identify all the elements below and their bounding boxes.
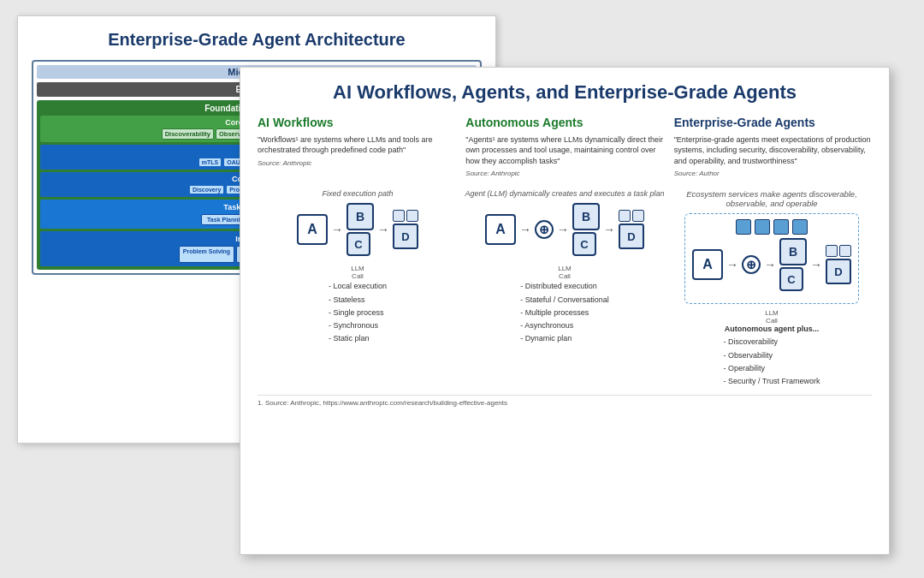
ti3	[619, 210, 631, 222]
node-d1: D	[393, 223, 418, 249]
diagram-col2: Agent (LLM) dynamically creates and exec…	[465, 189, 665, 345]
arrow3: →	[519, 223, 531, 236]
node-a2: A	[485, 214, 516, 245]
col3-source: Source: Author	[674, 170, 872, 177]
node-plus3: ⊕	[742, 255, 761, 274]
node-d3: D	[826, 259, 851, 284]
arrow7: →	[764, 258, 776, 271]
node-c3: C	[779, 267, 803, 291]
col1-desc: "Workflows¹ are systems where LLMs and t…	[258, 134, 455, 156]
bc-stack3: B C	[779, 238, 807, 291]
llm-label1: LLMCall	[351, 265, 364, 280]
bullet2-3: Multiple processes	[520, 307, 609, 319]
diagrams-row: Fixed execution path A → B C → D	[258, 189, 872, 388]
ecosystem-label: Ecosystem services make agents discovera…	[672, 189, 872, 208]
bullet1-2: Stateless	[329, 294, 387, 307]
bullet3-1: Discoverability	[723, 336, 820, 349]
flow1: A → B C → D	[297, 203, 418, 256]
node-a1: A	[297, 214, 328, 245]
node-a3: A	[692, 249, 723, 280]
bullets2: Distributed execution Stateful / Convers…	[520, 280, 609, 345]
pill-discovery: Discovery	[189, 185, 224, 194]
tool-icons3	[826, 245, 851, 257]
front-slide-title: AI Workflows, Agents, and Enterprise-Gra…	[258, 81, 872, 104]
col3-header: Enterprise-Grade Agents "Enterprise-grad…	[674, 116, 872, 178]
bullet3-4: Security / Trust Framework	[723, 375, 820, 388]
diagram1-label: Fixed execution path	[322, 189, 393, 198]
pill-problemsolving: Problem Solving	[179, 246, 234, 263]
bc-stack1: B C	[346, 203, 374, 256]
node-b1: B	[346, 203, 374, 230]
eco-node1	[736, 219, 751, 235]
arrow5: →	[603, 223, 615, 236]
d-tools1: D	[393, 210, 418, 249]
flow3: A → ⊕ → B C →	[692, 238, 851, 291]
arrow6: →	[726, 258, 738, 271]
ti4	[632, 210, 644, 222]
col2-header: Autonomous Agents "Agents¹ are systems w…	[465, 116, 663, 178]
bullet1-1: Local execution	[329, 280, 387, 293]
col3-desc: "Enterprise-grade agents meet expectatio…	[674, 134, 872, 167]
auto-plus-label: Autonomous agent plus...	[725, 325, 820, 333]
eco-node3	[773, 219, 789, 235]
diagram-col3: Ecosystem services make agents discovera…	[672, 189, 872, 388]
arrow8: →	[810, 258, 822, 271]
ti2	[406, 210, 418, 222]
three-cols-header: AI Workflows "Workflows¹ are systems whe…	[258, 116, 872, 178]
footnote: 1. Source: Anthropic, https://www.anthro…	[258, 395, 872, 407]
arrow4: →	[557, 223, 569, 236]
node-c1: C	[346, 232, 370, 256]
pill-mtls: mTLS	[198, 158, 222, 167]
arrow2: →	[377, 223, 389, 236]
llm-label3: LLMCall	[765, 309, 779, 325]
diagram2-label: Agent (LLM) dynamically creates and exec…	[465, 189, 664, 198]
col3-title: Enterprise-Grade Agents	[674, 116, 872, 129]
flow2: A → ⊕ → B C → D	[485, 203, 644, 256]
back-slide-title: Enterprise-Grade Agent Architecture	[32, 30, 482, 50]
front-slide: AI Workflows, Agents, and Enterprise-Gra…	[240, 67, 890, 555]
col2-desc: "Agents¹ are systems where LLMs dynamica…	[465, 134, 663, 167]
node-b3: B	[779, 238, 807, 265]
tool-icons2	[619, 210, 644, 222]
col1-header: AI Workflows "Workflows¹ are systems whe…	[258, 116, 455, 178]
d-tools3: D	[826, 245, 851, 284]
bullets1: Local execution Stateless Single process…	[329, 280, 387, 345]
node-b2: B	[572, 203, 600, 230]
col2-source: Source: Anthropic	[465, 170, 663, 177]
bullet1-5: Static plan	[329, 332, 387, 345]
ti5	[826, 245, 838, 257]
scene: Enterprise-Grade Agent Architecture Micr…	[17, 15, 907, 563]
col1-source: Source: Anthropic	[258, 159, 455, 167]
ti6	[839, 245, 851, 257]
col1-title: AI Workflows	[258, 116, 455, 129]
arrow1: →	[331, 223, 343, 236]
bc-stack2: B C	[572, 203, 600, 256]
bullets3: Discoverability Observability Operabilit…	[723, 336, 820, 388]
bullet1-4: Synchronous	[329, 319, 387, 332]
eco-node2	[755, 219, 770, 235]
eco-node4	[792, 219, 808, 235]
node-d2: D	[619, 223, 644, 249]
bullet2-2: Stateful / Conversational	[520, 294, 609, 307]
bullet3-3: Operability	[723, 362, 820, 375]
dashed-border: A → ⊕ → B C →	[684, 213, 859, 304]
node-plus2: ⊕	[535, 220, 554, 239]
d-tools2: D	[619, 210, 644, 249]
bullet2-1: Distributed execution	[520, 280, 609, 293]
bullet2-4: Asynchronous	[520, 319, 609, 332]
node-c2: C	[572, 232, 596, 256]
col2-title: Autonomous Agents	[465, 116, 663, 129]
diagram-col1: Fixed execution path A → B C → D	[258, 189, 458, 345]
bullet1-3: Single process	[329, 307, 387, 319]
ti1	[393, 210, 405, 222]
llm-label2: LLMCall	[558, 265, 572, 280]
tool-icons1	[393, 210, 418, 222]
bullet3-2: Observability	[723, 349, 820, 362]
pill-discoverability: Discoverability	[162, 128, 214, 140]
eco-nodes-top	[692, 219, 851, 235]
bullet2-5: Dynamic plan	[520, 332, 609, 345]
